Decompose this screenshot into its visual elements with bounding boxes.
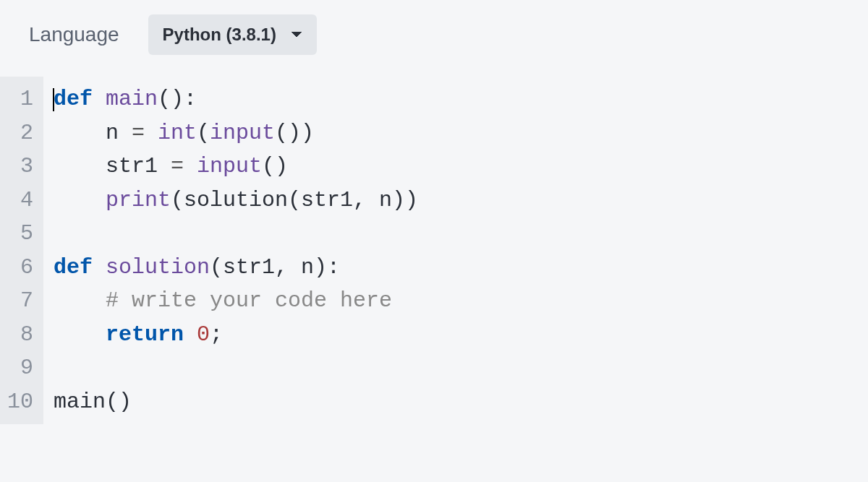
line-number: 4	[6, 184, 33, 218]
line-number: 3	[6, 150, 33, 184]
code-line[interactable]: def solution(str1, n):	[54, 251, 418, 285]
header: Language Python (3.8.1)	[0, 0, 868, 77]
code-line[interactable]: str1 = input()	[54, 150, 418, 184]
language-label: Language	[29, 23, 119, 46]
line-number-gutter: 12345678910	[0, 77, 43, 424]
line-number: 8	[6, 318, 33, 352]
text-cursor	[53, 88, 54, 111]
code-line[interactable]	[54, 351, 418, 385]
line-number: 6	[6, 251, 33, 285]
code-line[interactable]	[54, 217, 418, 251]
language-dropdown[interactable]: Python (3.8.1)	[148, 14, 317, 55]
code-editor[interactable]: 12345678910 def main(): n = int(input())…	[0, 77, 868, 424]
code-line[interactable]: n = int(input())	[54, 116, 418, 150]
code-line[interactable]: main()	[54, 385, 418, 419]
code-line[interactable]: # write your code here	[54, 284, 418, 318]
code-line[interactable]: return 0;	[54, 318, 418, 352]
line-number: 1	[6, 82, 33, 116]
code-line[interactable]: def main():	[54, 82, 418, 116]
line-number: 10	[6, 385, 33, 419]
line-number: 9	[6, 351, 33, 385]
line-number: 2	[6, 116, 33, 150]
line-number: 5	[6, 217, 33, 251]
chevron-down-icon	[291, 28, 302, 41]
code-content[interactable]: def main(): n = int(input()) str1 = inpu…	[43, 77, 418, 424]
line-number: 7	[6, 284, 33, 318]
language-selected: Python (3.8.1)	[163, 25, 276, 45]
code-line[interactable]: print(solution(str1, n))	[54, 184, 418, 218]
